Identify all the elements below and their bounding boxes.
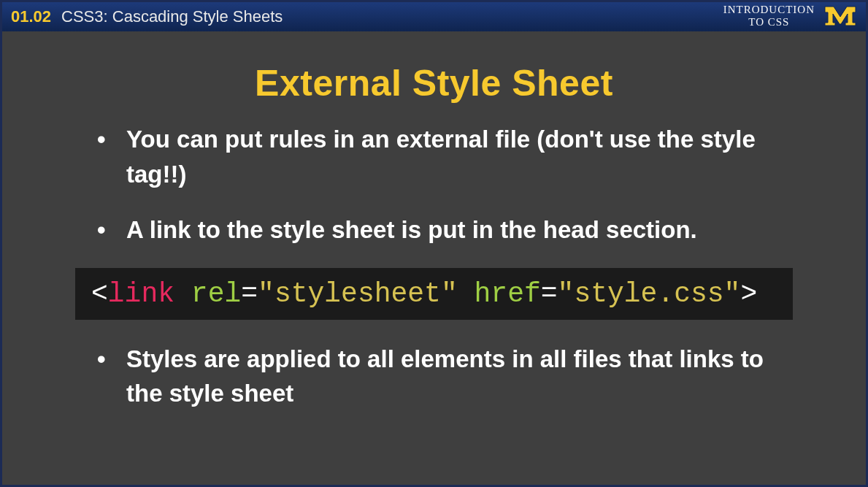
code-block: <link rel="stylesheet" href="style.css">	[75, 268, 793, 320]
code-eq: =	[241, 278, 258, 310]
code-string: "stylesheet"	[258, 278, 458, 310]
bullet-item: A link to the style sheet is put in the …	[97, 212, 786, 248]
course-title: INTRODUCTION TO CSS	[723, 4, 815, 28]
top-bar: 01.02 CSS3: Cascading Style Sheets INTRO…	[2, 2, 866, 31]
course-title-line2: TO CSS	[723, 16, 815, 28]
code-attr: rel	[191, 278, 241, 310]
bullet-list-top: You can put rules in an external file (d…	[53, 122, 815, 248]
code-string: "style.css"	[558, 278, 741, 310]
code-eq: =	[541, 278, 558, 310]
code-punct: <	[91, 278, 108, 310]
bullet-item: You can put rules in an external file (d…	[97, 122, 786, 192]
michigan-logo-icon	[823, 4, 857, 28]
slide-content: External Style Sheet You can put rules i…	[2, 31, 866, 411]
code-tag: link	[108, 278, 174, 310]
bullet-item: Styles are applied to all elements in al…	[97, 342, 786, 412]
chapter-number: 01.02	[11, 7, 51, 26]
lecture-title: CSS3: Cascading Style Sheets	[61, 7, 283, 26]
bullet-list-bottom: Styles are applied to all elements in al…	[53, 342, 815, 412]
slide-title: External Style Sheet	[53, 62, 815, 104]
course-title-line1: INTRODUCTION	[723, 4, 815, 16]
code-punct: >	[740, 278, 757, 310]
slide: 01.02 CSS3: Cascading Style Sheets INTRO…	[0, 0, 868, 487]
code-attr: href	[475, 278, 541, 310]
